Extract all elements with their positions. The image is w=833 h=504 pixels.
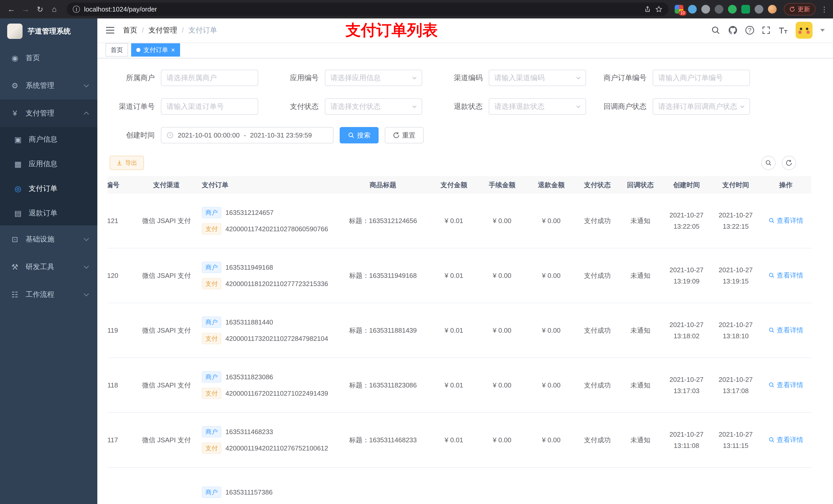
browser-forward-button[interactable]: → bbox=[20, 3, 32, 15]
avatar-dropdown-caret[interactable] bbox=[820, 29, 825, 32]
site-info-icon[interactable] bbox=[73, 6, 80, 13]
browser-update-button[interactable]: 更新 bbox=[784, 3, 815, 15]
browser-toolbar: ← → ↻ ⌂ localhost:1024/pay/order 10 bbox=[0, 0, 833, 19]
active-tab-dot bbox=[136, 48, 140, 52]
view-detail-link[interactable]: 查看详情 bbox=[768, 216, 803, 225]
sidebar-toggle-icon[interactable] bbox=[105, 26, 115, 34]
pay-order-no: 4200001167202110271022491439 bbox=[225, 389, 328, 398]
table-row: 117 微信 JSAPI 支付 商户 1635311468233 支付 4200… bbox=[108, 413, 811, 467]
cell-amount: ¥ 0.01 bbox=[430, 436, 477, 444]
extensions-puzzle-icon[interactable] bbox=[755, 5, 763, 14]
browser-home-button[interactable]: ⌂ bbox=[48, 3, 61, 15]
cell-pay-order: 商户 1635311823086 支付 42000011672021102710… bbox=[200, 371, 336, 399]
pay-tag: 支付 bbox=[202, 333, 221, 344]
sidebar-item-app-info[interactable]: ▦ 应用信息 bbox=[0, 152, 97, 176]
extension-icon[interactable] bbox=[701, 5, 710, 14]
cell-title: 标题：1635311949168 bbox=[336, 271, 430, 280]
logo-image bbox=[7, 24, 23, 39]
sidebar-item-merchant-info[interactable]: ▣ 商户信息 bbox=[0, 127, 97, 152]
browser-menu-button[interactable]: ⋮ bbox=[821, 5, 828, 14]
field-label: 所属商户 bbox=[110, 73, 161, 83]
breadcrumb-home[interactable]: 首页 bbox=[123, 25, 137, 35]
channel-code-select[interactable]: 请输入渠道编码 bbox=[489, 70, 586, 86]
app-logo: 芋道管理系统 bbox=[0, 19, 97, 44]
github-icon[interactable] bbox=[728, 25, 738, 35]
browser-reload-button[interactable]: ↻ bbox=[34, 3, 46, 15]
search-icon bbox=[768, 217, 775, 223]
fullscreen-icon[interactable] bbox=[762, 26, 770, 34]
table-row: 商户 1635311157386 bbox=[108, 467, 811, 504]
sidebar-item-workflow[interactable]: ☷ 工作流程 bbox=[0, 281, 97, 308]
channel-order-no-input[interactable] bbox=[161, 98, 258, 115]
download-icon bbox=[116, 160, 122, 166]
chevron-down-icon bbox=[84, 236, 89, 241]
extension-icon[interactable] bbox=[741, 5, 750, 14]
cell-paid: 2021-10-27 13:11:15 bbox=[711, 429, 760, 451]
search-button[interactable]: 搜索 bbox=[340, 127, 379, 143]
sidebar-item-home[interactable]: ◉ 首页 bbox=[0, 44, 97, 72]
close-icon[interactable]: × bbox=[171, 47, 175, 53]
sidebar-item-dev-tools[interactable]: ⚒ 研发工具 bbox=[0, 253, 97, 281]
export-button[interactable]: 导出 bbox=[110, 156, 144, 170]
extension-icon[interactable]: 10 bbox=[675, 5, 684, 14]
table-header: 编号 支付渠道 支付订单 商品标题 支付金额 手续金额 退款金额 支付状态 回调… bbox=[108, 176, 811, 194]
cell-channel: 微信 JSAPI 支付 bbox=[133, 326, 200, 335]
cell-created: 2021-10-27 13:19:09 bbox=[662, 264, 711, 287]
address-bar[interactable]: localhost:1024/pay/order bbox=[67, 3, 669, 16]
view-detail-link[interactable]: 查看详情 bbox=[768, 271, 803, 280]
sidebar-item-system[interactable]: ⚙ 系统管理 bbox=[0, 72, 97, 99]
notify-status-select[interactable]: 请选择订单回调商户状态 bbox=[653, 98, 750, 115]
view-detail-link[interactable]: 查看详情 bbox=[768, 435, 803, 444]
merchant-input[interactable] bbox=[161, 70, 258, 86]
refresh-table-button[interactable] bbox=[782, 156, 796, 170]
browser-profile-avatar[interactable] bbox=[768, 5, 777, 14]
main-content: 首页 / 支付管理 / 支付订单 支付订单列表 ? bbox=[97, 19, 833, 504]
cell-action: 查看详情 bbox=[760, 381, 811, 390]
reset-button[interactable]: 重置 bbox=[385, 127, 424, 143]
extension-icon[interactable] bbox=[715, 5, 723, 14]
pay-order-no: 4200001174202110278060590766 bbox=[225, 225, 328, 233]
app-select[interactable]: 请选择应用信息 bbox=[325, 70, 422, 86]
search-icon bbox=[768, 437, 775, 443]
sidebar-item-pay-order[interactable]: ◎ 支付订单 bbox=[0, 176, 97, 201]
sidebar-submenu-payment: ▣ 商户信息 ▦ 应用信息 ◎ 支付订单 ▤ 退款订单 bbox=[0, 127, 97, 225]
share-icon[interactable] bbox=[644, 6, 651, 13]
cell-refund: ¥ 0.00 bbox=[527, 436, 576, 444]
pay-status-select[interactable]: 请选择支付状态 bbox=[325, 98, 422, 115]
bookmark-star-icon[interactable] bbox=[655, 6, 662, 13]
chevron-down-icon bbox=[84, 82, 89, 87]
toggle-search-button[interactable] bbox=[761, 156, 776, 170]
cell-notify: 未通知 bbox=[619, 271, 662, 280]
merchant-order-no-input[interactable] bbox=[653, 70, 750, 86]
help-icon[interactable]: ? bbox=[745, 26, 754, 34]
sidebar-item-infrastructure[interactable]: ⊡ 基础设施 bbox=[0, 225, 97, 253]
browser-back-button[interactable]: ← bbox=[5, 3, 18, 15]
tab-home[interactable]: 首页 bbox=[105, 43, 128, 56]
create-time-range-picker[interactable]: 2021-10-01 00:00:00 - 2021-10-31 23:59:5… bbox=[161, 127, 334, 143]
extension-icon[interactable] bbox=[728, 5, 737, 14]
field-label: 渠道订单号 bbox=[110, 102, 161, 112]
extension-icon[interactable] bbox=[688, 5, 697, 14]
cell-title: 标题：1635311881439 bbox=[336, 326, 430, 335]
user-avatar[interactable] bbox=[795, 22, 812, 39]
chevron-down-icon bbox=[411, 75, 418, 81]
cell-title: 标题：1635311468233 bbox=[336, 436, 430, 445]
cell-refund: ¥ 0.00 bbox=[527, 272, 576, 280]
refund-status-select[interactable]: 请选择退款状态 bbox=[489, 98, 586, 115]
tab-pay-order[interactable]: 支付订单 × bbox=[131, 43, 180, 56]
navbar: 首页 / 支付管理 / 支付订单 支付订单列表 ? bbox=[97, 19, 833, 42]
cell-paid: 2021-10-27 13:22:15 bbox=[711, 210, 760, 232]
date-start: 2021-10-01 00:00:00 bbox=[178, 131, 239, 139]
sidebar-item-refund-order[interactable]: ▤ 退款订单 bbox=[0, 201, 97, 225]
view-detail-link[interactable]: 查看详情 bbox=[768, 326, 803, 335]
table-body: 121 微信 JSAPI 支付 商户 1635312124657 支付 4200… bbox=[108, 194, 811, 504]
font-size-icon[interactable] bbox=[778, 26, 788, 34]
breadcrumb-payment[interactable]: 支付管理 bbox=[148, 25, 177, 35]
search-icon[interactable] bbox=[711, 26, 720, 35]
sidebar-item-payment[interactable]: ¥ 支付管理 bbox=[0, 99, 97, 127]
cell-refund: ¥ 0.00 bbox=[527, 217, 576, 225]
document-icon: ▤ bbox=[13, 209, 23, 218]
extensions-area: 10 bbox=[675, 5, 777, 14]
cell-id: 120 bbox=[108, 272, 133, 280]
view-detail-link[interactable]: 查看详情 bbox=[768, 381, 803, 389]
